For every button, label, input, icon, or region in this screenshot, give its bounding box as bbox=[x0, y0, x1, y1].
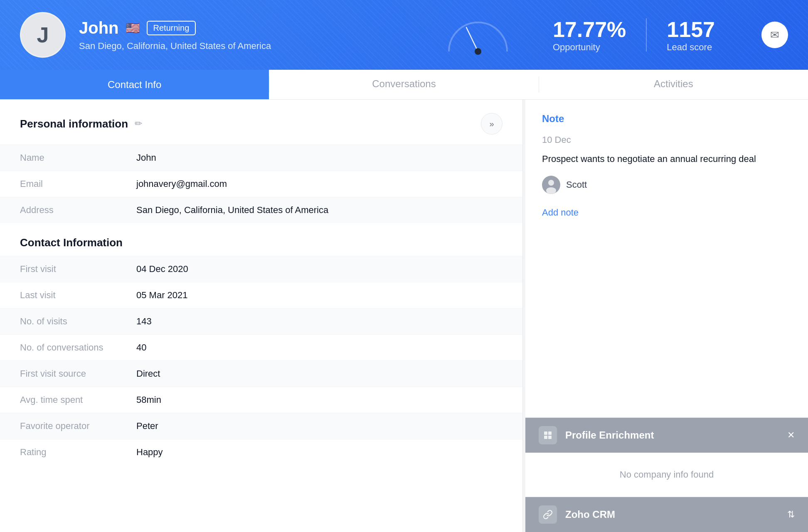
gauge-chart bbox=[441, 14, 515, 56]
svg-rect-7 bbox=[544, 436, 547, 439]
header: J John 🇺🇸 Returning San Diego, Californi… bbox=[0, 0, 808, 70]
svg-point-1 bbox=[475, 48, 481, 55]
opportunity-label: Opportunity bbox=[553, 42, 600, 53]
info-row-email: Email johnavery@gmail.com bbox=[0, 171, 522, 197]
zoho-icon bbox=[539, 505, 557, 524]
zoho-expand-icon[interactable]: ⇅ bbox=[787, 509, 795, 520]
enrichment-close-icon[interactable]: ✕ bbox=[787, 430, 795, 441]
field-value-avg-time: 58min bbox=[136, 395, 161, 405]
svg-point-3 bbox=[548, 180, 554, 186]
tab-conversations[interactable]: Conversations bbox=[269, 70, 538, 99]
right-tabs: Note bbox=[542, 113, 791, 125]
country-flag: 🇺🇸 bbox=[126, 21, 140, 35]
returning-badge: Returning bbox=[147, 21, 196, 35]
info-row-favorite-operator: Favorite operator Peter bbox=[0, 413, 522, 439]
author-name: Scott bbox=[566, 179, 587, 190]
zoho-header[interactable]: Zoho CRM ⇅ bbox=[525, 497, 808, 532]
enrichment-icon bbox=[539, 426, 557, 444]
zoho-crm-panel: Zoho CRM ⇅ bbox=[525, 497, 808, 532]
info-row-last-visit: Last visit 05 Mar 2021 bbox=[0, 282, 522, 308]
field-value-num-visits: 143 bbox=[136, 316, 152, 327]
personal-info-table: Name John Email johnavery@gmail.com Addr… bbox=[0, 145, 522, 223]
personal-info-header: Personal information ✏ » bbox=[0, 100, 522, 145]
main-content: Personal information ✏ » Name John Email… bbox=[0, 100, 808, 532]
enrichment-title: Profile Enrichment bbox=[565, 429, 787, 441]
tab-activities[interactable]: Activities bbox=[539, 70, 808, 99]
info-row-conversations: No. of conversations 40 bbox=[0, 334, 522, 360]
field-label-first-visit-source: First visit source bbox=[20, 368, 136, 379]
header-name-row: John 🇺🇸 Returning bbox=[79, 19, 423, 37]
field-label-avg-time: Avg. time spent bbox=[20, 395, 136, 405]
note-section: Note 10 Dec Prospect wants to negotiate … bbox=[525, 100, 808, 417]
email-button[interactable]: ✉ bbox=[761, 22, 788, 48]
svg-line-0 bbox=[466, 27, 478, 51]
note-author: Scott bbox=[542, 176, 791, 194]
info-row-name: Name John bbox=[0, 145, 522, 171]
field-value-last-visit: 05 Mar 2021 bbox=[136, 290, 188, 301]
no-company-text: No company info found bbox=[620, 469, 714, 480]
field-label-num-visits: No. of visits bbox=[20, 316, 136, 327]
contact-name: John bbox=[79, 19, 119, 37]
field-label-email: Email bbox=[20, 179, 136, 189]
field-label-last-visit: Last visit bbox=[20, 290, 136, 301]
profile-enrichment-header[interactable]: Profile Enrichment ✕ bbox=[525, 418, 808, 453]
right-tab-note[interactable]: Note bbox=[542, 113, 564, 125]
info-row-first-visit-source: First visit source Direct bbox=[0, 360, 522, 387]
contact-info-title: Contact Information bbox=[0, 223, 522, 256]
info-row-avg-time: Avg. time spent 58min bbox=[0, 387, 522, 413]
note-date: 10 Dec bbox=[542, 135, 791, 145]
opportunity-stat: 17.77% Opportunity bbox=[533, 17, 646, 53]
contact-location: San Diego, California, United States of … bbox=[79, 41, 423, 51]
field-label-name: Name bbox=[20, 152, 136, 163]
field-label-address: Address bbox=[20, 205, 136, 216]
tabs-bar: Contact Info Conversations Activities bbox=[0, 70, 808, 100]
field-value-first-visit: 04 Dec 2020 bbox=[136, 264, 188, 275]
info-row-address: Address San Diego, California, United St… bbox=[0, 197, 522, 223]
field-value-first-visit-source: Direct bbox=[136, 368, 160, 379]
field-value-name: John bbox=[136, 152, 156, 163]
avatar: J bbox=[20, 12, 66, 58]
author-avatar bbox=[542, 176, 560, 194]
edit-icon[interactable]: ✏ bbox=[135, 118, 142, 129]
enrichment-body: No company info found bbox=[525, 453, 808, 497]
field-label-rating: Rating bbox=[20, 447, 136, 458]
profile-enrichment-panel: Profile Enrichment ✕ No company info fou… bbox=[525, 417, 808, 497]
svg-rect-8 bbox=[548, 436, 552, 439]
field-value-email: johnavery@gmail.com bbox=[136, 179, 227, 189]
zoho-link-icon bbox=[543, 510, 553, 520]
right-panel: Note 10 Dec Prospect wants to negotiate … bbox=[525, 100, 808, 532]
lead-score-value: 1157 bbox=[667, 17, 715, 42]
tab-contact-info[interactable]: Contact Info bbox=[0, 70, 269, 99]
lead-score-label: Lead score bbox=[667, 42, 712, 53]
enrichment-icon-svg bbox=[543, 430, 553, 440]
header-info: John 🇺🇸 Returning San Diego, California,… bbox=[79, 19, 423, 51]
stats-area: 17.77% Opportunity 1157 Lead score bbox=[533, 17, 735, 53]
field-label-first-visit: First visit bbox=[20, 264, 136, 275]
field-label-conversations: No. of conversations bbox=[20, 342, 136, 353]
svg-rect-5 bbox=[544, 431, 547, 435]
author-avatar-icon bbox=[542, 176, 560, 194]
zoho-title: Zoho CRM bbox=[565, 509, 787, 520]
gauge-area bbox=[436, 14, 520, 56]
info-row-rating: Rating Happy bbox=[0, 439, 522, 465]
info-row-first-visit: First visit 04 Dec 2020 bbox=[0, 256, 522, 282]
field-value-favorite-operator: Peter bbox=[136, 421, 158, 431]
field-value-conversations: 40 bbox=[136, 342, 146, 353]
svg-point-4 bbox=[546, 187, 556, 194]
field-value-rating: Happy bbox=[136, 447, 163, 458]
lead-score-stat: 1157 Lead score bbox=[647, 17, 735, 53]
info-row-num-visits: No. of visits 143 bbox=[0, 308, 522, 334]
field-label-favorite-operator: Favorite operator bbox=[20, 421, 136, 431]
opportunity-value: 17.77% bbox=[553, 17, 626, 42]
note-text: Prospect wants to negotiate an annual re… bbox=[542, 152, 791, 166]
contact-info-table: First visit 04 Dec 2020 Last visit 05 Ma… bbox=[0, 256, 522, 465]
add-note-button[interactable]: Add note bbox=[542, 207, 579, 218]
expand-button[interactable]: » bbox=[481, 113, 503, 135]
svg-rect-6 bbox=[548, 431, 552, 435]
field-value-address: San Diego, California, United States of … bbox=[136, 205, 328, 216]
left-panel: Personal information ✏ » Name John Email… bbox=[0, 100, 523, 532]
personal-info-title: Personal information bbox=[20, 118, 128, 130]
email-icon: ✉ bbox=[770, 29, 779, 42]
